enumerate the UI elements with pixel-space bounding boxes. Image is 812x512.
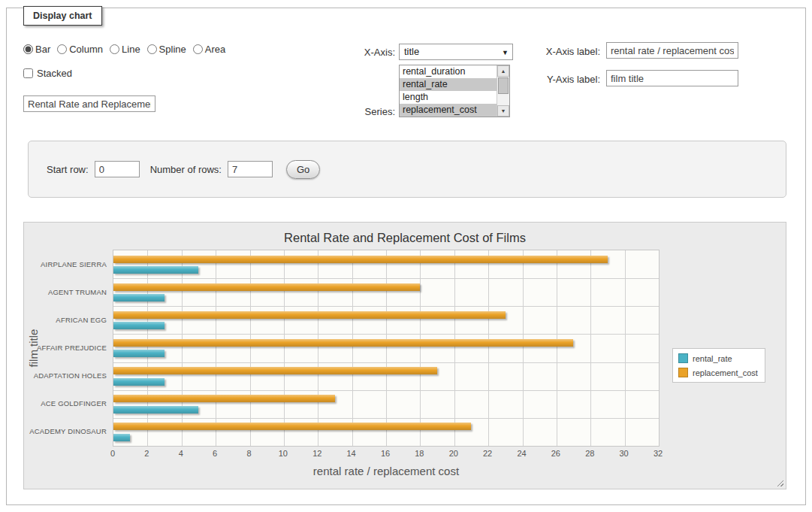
gridline-vertical <box>216 250 216 446</box>
chart-type-spline-radio[interactable] <box>147 44 157 54</box>
x-tick-label: 2 <box>135 449 158 458</box>
gridline-vertical <box>250 250 251 446</box>
gridline-vertical <box>557 250 557 446</box>
start-row-label: Start row: <box>47 164 89 175</box>
chart-type-area-radio[interactable] <box>193 44 203 54</box>
gridline-vertical <box>454 250 455 446</box>
x-axis-selected-value: title <box>404 46 419 57</box>
gridline-horizontal <box>113 418 659 419</box>
start-row-input[interactable] <box>95 161 140 177</box>
gridline-horizontal <box>113 390 659 391</box>
chart-type-column[interactable]: Column <box>57 44 103 55</box>
series-option-rental_rate[interactable]: rental_rate <box>400 78 497 91</box>
bar-rental_rate <box>113 350 165 357</box>
series-listbox[interactable]: rental_durationrental_ratelengthreplacem… <box>399 65 510 117</box>
chart-type-line-label: Line <box>122 44 140 55</box>
x-tick-label: 16 <box>374 449 397 458</box>
gridline-vertical <box>284 250 285 446</box>
gridline-vertical <box>352 250 353 446</box>
bar-rental_rate <box>113 378 165 386</box>
chart-type-bar-radio[interactable] <box>23 44 33 54</box>
gridline-horizontal <box>113 362 659 363</box>
x-tick-label: 4 <box>170 449 192 458</box>
stacked-label: Stacked <box>37 68 72 79</box>
category-label: AIRPLANE SIERRA <box>24 260 107 268</box>
chart-legend: rental_ratereplacement_cost <box>672 348 765 383</box>
gridline-vertical <box>147 250 148 446</box>
gridline-vertical <box>318 250 318 446</box>
x-tick-label: 14 <box>340 449 363 458</box>
category-label: ACE GOLDFINGER <box>24 399 107 407</box>
bar-replacement_cost <box>113 423 471 430</box>
legend-swatch-replacement_cost <box>678 368 688 377</box>
bar-replacement_cost <box>113 311 506 319</box>
chart-type-group: Bar Column Line Spline Area <box>23 44 232 55</box>
legend-entry: rental_rate <box>678 353 758 363</box>
gridline-vertical <box>420 250 421 446</box>
category-label: ACADEMY DINOSAUR <box>24 427 107 435</box>
x-axis-ticks: 02468101214161820222426283032 <box>24 449 786 459</box>
series-option-rental_duration[interactable]: rental_duration <box>400 65 497 78</box>
gridline-vertical <box>523 250 524 446</box>
bar-rental_rate <box>113 406 198 414</box>
x-tick-label: 24 <box>511 449 533 458</box>
chart-container: Rental Rate and Replacement Cost of Film… <box>23 222 786 489</box>
resize-handle-icon[interactable] <box>775 478 783 486</box>
bar-rental_rate <box>113 294 165 301</box>
x-tick-label: 6 <box>204 449 226 458</box>
chart-title: Rental Rate and Replacement Cost of Film… <box>24 231 786 245</box>
chart-type-column-radio[interactable] <box>57 44 67 54</box>
chart-type-line[interactable]: Line <box>110 44 140 55</box>
x-tick-label: 32 <box>647 449 669 458</box>
series-option-length[interactable]: length <box>400 91 497 104</box>
x-tick-label: 28 <box>578 449 601 458</box>
legend-entry: replacement_cost <box>678 368 758 377</box>
x-tick-label: 10 <box>272 449 294 458</box>
num-rows-label: Number of rows: <box>150 164 222 175</box>
chart-type-spline[interactable]: Spline <box>147 44 186 55</box>
x-tick-label: 18 <box>408 449 430 458</box>
gridline-vertical <box>386 250 387 446</box>
category-label: AGENT TRUMAN <box>24 288 107 296</box>
go-button[interactable]: Go <box>286 160 320 179</box>
x-tick-label: 12 <box>306 449 328 458</box>
chart-type-area-label: Area <box>205 44 225 55</box>
stacked-row: Stacked <box>23 68 72 79</box>
bar-replacement_cost <box>113 367 437 374</box>
x-tick-label: 30 <box>613 449 635 458</box>
x-axis-select-label: X-Axis: <box>320 47 395 58</box>
x-axis-label-label: X-Axis label: <box>488 46 600 57</box>
series-option-replacement_cost[interactable]: replacement_cost <box>400 104 497 117</box>
y-axis-label-input[interactable] <box>606 70 738 86</box>
y-axis-label-label: Y-Axis label: <box>488 74 600 85</box>
gridline-vertical <box>182 250 183 446</box>
chart-type-spline-label: Spline <box>159 44 186 55</box>
bar-replacement_cost <box>113 339 573 347</box>
chart-type-area[interactable]: Area <box>193 44 225 55</box>
gridline-horizontal <box>113 278 659 279</box>
category-label: AFFAIR PREJUDICE <box>24 344 107 352</box>
chart-type-line-radio[interactable] <box>110 44 119 54</box>
gridline-horizontal <box>113 334 659 335</box>
category-labels: AIRPLANE SIERRAAGENT TRUMANAFRICAN EGGAF… <box>24 250 113 447</box>
scrollbar-up-icon: ▲ <box>501 68 506 74</box>
scrollbar-down-icon: ▼ <box>501 108 506 114</box>
bar-replacement_cost <box>113 395 335 402</box>
x-axis-title: rental rate / replacement cost <box>113 465 660 477</box>
scrollbar-down-button[interactable]: ▼ <box>497 105 509 117</box>
stacked-checkbox[interactable] <box>23 68 33 78</box>
chart-title-input[interactable] <box>23 95 155 112</box>
x-axis-label-input[interactable] <box>606 42 738 59</box>
x-tick-label: 8 <box>238 449 261 458</box>
chart-type-bar[interactable]: Bar <box>23 44 50 55</box>
x-tick-label: 26 <box>545 449 567 458</box>
num-rows-input[interactable] <box>228 161 273 177</box>
x-tick-label: 22 <box>476 449 499 458</box>
legend-label: rental_rate <box>693 354 732 363</box>
bar-replacement_cost <box>113 256 608 263</box>
gridline-vertical <box>488 250 489 446</box>
category-label: AFRICAN EGG <box>24 316 107 324</box>
chart-type-bar-label: Bar <box>35 44 50 55</box>
bar-rental_rate <box>113 266 198 274</box>
x-tick-label: 0 <box>101 449 124 458</box>
